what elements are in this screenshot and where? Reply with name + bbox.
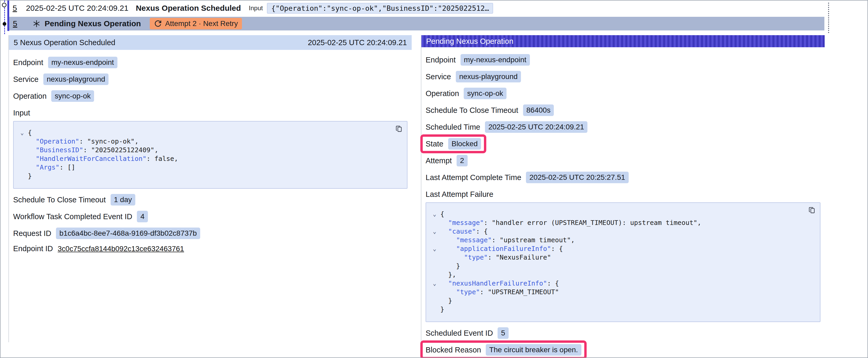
code-gutter [429,296,440,305]
field-row-scheduled-event-id: Scheduled Event ID5 [426,327,508,339]
json-token: : [79,137,87,146]
field-value-chip: nexus-playground [456,71,521,83]
json-key: "cause" [440,227,476,236]
json-token: [] [67,163,75,172]
field-label: Endpoint ID [13,245,53,253]
field-label: Endpoint [426,56,456,64]
field-value-chip: my-nexus-endpoint [461,54,530,66]
json-token: } [28,172,32,180]
code-line: } [429,296,802,305]
code-line: "Args": [] [16,163,389,172]
event-id-link[interactable]: 5 [12,4,17,12]
field-value-chip: sync-op-ok [464,88,506,99]
field-value-chip: 2025-02-25 UTC 20:25:27.51 [526,172,628,183]
field-value-link[interactable]: 3c0c75ccfa8144b092c13ce632463761 [58,245,184,253]
collapse-caret[interactable]: ⌄ [429,245,440,253]
code-line: "HandlerWaitForCancellation": false, [16,154,389,163]
right-timeline-dots [828,3,829,33]
field-value-chip: 1 day [111,194,135,205]
field-row-blocked-reason: Blocked ReasonThe circuit breaker is ope… [426,344,581,356]
field-label: Schedule To Close Timeout [13,196,106,204]
attempt-retry-badge: Attempt 2 · Next Retry [150,18,242,29]
code-line: ⌄ "cause": { [429,227,802,236]
field-value-chip: The circuit breaker is open. [486,344,581,356]
json-key: "message" [440,218,484,227]
json-token: : { [476,227,488,236]
json-token: "UPSTREAM_TIMEOUT" [488,288,559,296]
field-label: Attempt [426,156,452,165]
field-label: Request ID [13,229,51,238]
field-value-chip: Blocked [448,138,481,150]
field-value-chip: b1c6a4bc-8ee7-468a-9169-df3b02c8737b [56,228,200,239]
field-value-chip: nexus-playground [43,73,109,85]
collapse-caret[interactable]: ⌄ [429,279,440,288]
event-row-nexus-operation-scheduled[interactable]: 5 2025-02-25 UTC 20:24:09.21 Nexus Opera… [12,1,493,16]
copy-icon [808,206,816,215]
json-token: } [440,262,460,270]
json-key: "Operation" [28,137,79,146]
json-token: : [59,163,67,172]
code-block-last-attempt-failure: ⌄{ "message": "handler error (UPSTREAM_T… [426,202,820,322]
json-token: "20250225122409", [91,146,158,154]
code-block-input: ⌄{ "Operation": "sync-op-ok", "BusinessI… [13,121,407,189]
selected-event-indicator [7,1,9,31]
field-label-last-attempt-failure: Last Attempt Failure [426,190,820,199]
json-token: : { [551,245,563,253]
json-key: "Args" [28,163,59,172]
field-label: Service [426,72,451,81]
copy-button[interactable] [808,206,816,215]
code-line: } [16,172,389,180]
field-row-endpoint-id: Endpoint ID3c0c75ccfa8144b092c13ce632463… [13,245,184,253]
json-token: "sync-op-ok", [87,137,139,146]
field-row-last-attempt-complete-time: Last Attempt Complete Time2025-02-25 UTC… [426,172,629,183]
timeline-event-circle-icon [2,3,6,7]
code-line: "Operation": "sync-op-ok", [16,137,389,146]
field-value-chip: 5 [498,327,508,339]
json-token: "NexusFailure" [496,253,551,262]
event-title: Nexus Operation Scheduled [136,4,241,12]
pending-operation-title: Pending Nexus Operation [45,19,141,28]
json-token: } [440,296,452,305]
field-label: Scheduled Event ID [426,329,493,337]
json-key: "type" [440,288,480,296]
field-row-operation: Operationsync-op-ok [426,88,506,99]
field-row-endpoint: Endpointmy-nexus-endpoint [13,57,118,68]
field-row-service: Servicenexus-playground [426,71,521,83]
collapse-caret[interactable]: ⌄ [429,210,440,218]
field-row-workflow-task-completed-event-id: Workflow Task Completed Event ID4 [13,211,148,222]
json-token: : { [547,279,559,288]
code-line: }, [429,270,802,279]
json-token: { [440,210,444,218]
json-token: "handler error (UPSTREAM_TIMEOUT): upstr… [492,218,702,227]
json-key: "applicationFailureInfo" [440,245,551,253]
field-label: Workflow Task Completed Event ID [13,212,132,221]
json-token: "upstream timeout", [500,236,575,245]
json-token: false, [154,154,178,163]
collapse-caret[interactable]: ⌄ [429,227,440,236]
input-preview-chip[interactable]: {"Operation":"sync-op-ok","BusinessID":"… [267,3,493,14]
pending-nexus-operation-row[interactable]: 5 Pending Nexus Operation Attempt 2 · Ne… [9,17,825,30]
field-label: Scheduled Time [426,123,480,131]
field-label: Blocked Reason [426,346,481,354]
code-line: "type": "NexusFailure" [429,253,802,262]
json-key: "HandlerWaitForCancellation" [28,154,147,163]
code-gutter [16,172,28,180]
code-gutter [16,146,28,154]
input-label: Input [249,4,263,12]
json-token: : [484,218,492,227]
retry-icon [154,20,162,28]
field-label-input: Input [13,109,407,117]
field-value-chip: 2 [457,155,468,166]
collapse-caret[interactable]: ⌄ [16,128,28,137]
copy-button[interactable] [395,125,403,133]
timeline-event-dot-icon [3,22,6,26]
pending-event-id-link[interactable]: 5 [13,19,17,28]
field-row-operation: Operationsync-op-ok [13,90,94,102]
json-key: "BusinessID" [28,146,83,154]
field-label: Last Attempt Complete Time [426,173,521,182]
field-value-chip: sync-op-ok [51,90,94,102]
json-key: "type" [440,253,488,262]
field-label: Operation [426,89,459,98]
code-line: "BusinessID": "20250225122409", [16,146,389,154]
code-line: "message": "upstream timeout", [429,236,802,245]
